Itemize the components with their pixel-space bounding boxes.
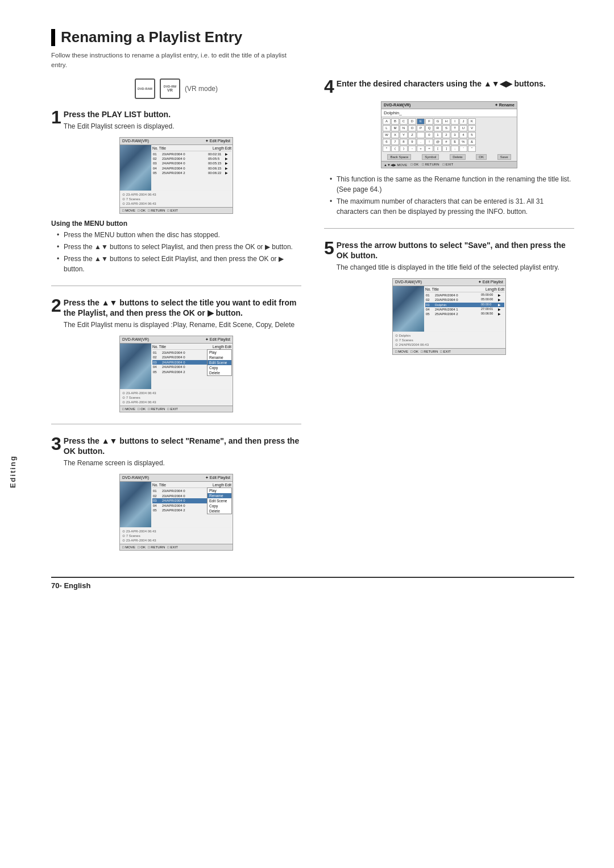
right-column: 4 Enter the desired characters using the… — [324, 78, 574, 364]
s5-footer: □ MOVE□ OK□ RETURN□ EXIT — [393, 348, 505, 354]
key-4[interactable]: 4 — [459, 132, 467, 138]
step-3-screen-wrap: DVD-RAM(VR) ✦ Edit Playlist No. TitleLen… — [51, 474, 301, 551]
key-B[interactable]: B — [391, 118, 399, 125]
key-5[interactable]: 5 — [468, 132, 476, 138]
list-item: This function is the same as the Rename … — [330, 174, 574, 195]
key-lp[interactable]: ( — [391, 146, 399, 152]
key-Z[interactable]: Z — [408, 132, 416, 138]
key-A[interactable]: A — [383, 118, 391, 125]
key-Y[interactable]: Y — [400, 132, 408, 138]
key-W[interactable]: W — [383, 132, 391, 138]
key-1[interactable]: 1 — [434, 132, 442, 138]
key-dol[interactable]: $ — [451, 139, 459, 145]
step-5-screen: DVD-RAM(VR) ✦ Edit Playlist No. TitleLen… — [392, 278, 506, 355]
s2-list: No. TitleLength Edit 0123/APR/2004 000:0… — [151, 344, 233, 389]
key-3[interactable]: 3 — [451, 132, 459, 138]
key-semi[interactable]: ; — [451, 146, 459, 152]
key-I[interactable]: I — [451, 118, 459, 125]
table-row: 0525/APR/2004 200:06:22▶ — [152, 171, 231, 175]
save-button[interactable]: Save — [497, 154, 511, 160]
step-2-screen-wrap: DVD-RAM(VR) ✦ Edit Playlist No. TitleLen… — [51, 336, 301, 412]
list-item: Press the MENU button when the disc has … — [57, 230, 301, 240]
step-4-bullets: This function is the same as the Rename … — [324, 174, 574, 217]
key-H[interactable]: H — [442, 118, 450, 125]
s1-footer: □ MOVE□ OK□ RETURN□ EXIT — [120, 207, 233, 213]
key-T[interactable]: T — [451, 125, 459, 131]
key-P[interactable]: P — [417, 125, 425, 131]
s3-header-left: DVD-RAM(VR) — [122, 476, 149, 480]
key-K[interactable]: K — [468, 118, 476, 125]
key-2[interactable]: 2 — [442, 132, 450, 138]
key-U[interactable]: U — [459, 125, 467, 131]
key-dot[interactable]: . — [417, 139, 425, 145]
key-M[interactable]: M — [391, 125, 399, 131]
step-3-block: 3 Press the ▲▼ buttons to select "Rename… — [51, 436, 301, 551]
delete-button[interactable]: Delete — [450, 154, 465, 160]
key-minus[interactable]: - — [408, 146, 416, 152]
key-F[interactable]: F — [425, 118, 433, 125]
key-hash[interactable]: # — [442, 139, 450, 145]
kb-header-right: ✦ Rename — [495, 103, 515, 108]
step-2-desc: The Edit Playlist menu is displayed :Pla… — [64, 320, 301, 330]
step-3-screen: DVD-RAM(VR) ✦ Edit Playlist No. TitleLen… — [119, 474, 233, 551]
key-eq[interactable]: = — [425, 146, 433, 152]
key-C[interactable]: C — [400, 118, 408, 125]
ok-button[interactable]: OK — [476, 154, 487, 160]
key-at[interactable]: @ — [434, 139, 442, 145]
key-row-3: W X Y Z 0 1 2 3 4 — [383, 132, 516, 138]
symbol-button[interactable]: Symbol — [422, 154, 439, 160]
s1-header-right: ✦ Edit Playlist — [205, 139, 230, 143]
keyboard-keys: A B C D E F G H I J — [381, 117, 517, 153]
context-menu-3: Play Rename Edit Scene Copy Delete — [207, 487, 232, 514]
key-apos[interactable]: ' — [459, 146, 467, 152]
key-0[interactable]: 0 — [425, 132, 433, 138]
s2-thumbnail — [120, 344, 151, 389]
s3-list: No. TitleLength Edit 0123/APR/2004 000:0… — [151, 482, 233, 527]
key-D[interactable]: D — [408, 118, 416, 125]
key-X[interactable]: X — [391, 132, 399, 138]
page-header: Renaming a Playlist Entry — [51, 28, 574, 46]
step-3-desc: The Rename screen is displayed. — [64, 458, 301, 468]
step-2-title: Press the ▲▼ buttons to select the title… — [64, 297, 301, 318]
s1-header-left: DVD-RAM(VR) — [122, 139, 149, 143]
key-sp[interactable] — [417, 132, 425, 138]
key-amp[interactable]: & — [468, 139, 476, 145]
list-item: Press the ▲▼ buttons to select Edit Play… — [57, 254, 301, 274]
key-8[interactable]: 8 — [400, 139, 408, 145]
table-row: 03Dolphin00:00:0▶ — [425, 303, 504, 307]
back-space-button[interactable]: Back Space — [387, 154, 411, 160]
key-rp[interactable]: ) — [400, 146, 408, 152]
step-4-number: 4 — [324, 77, 334, 96]
key-V[interactable]: V — [468, 125, 476, 131]
key-O[interactable]: O — [408, 125, 416, 131]
s5-thumbnail — [393, 286, 424, 332]
key-9[interactable]: 9 — [408, 139, 416, 145]
table-row: 0223/APR/2004 005:05:5▶ — [152, 156, 231, 161]
key-G[interactable]: G — [434, 118, 442, 125]
key-J[interactable]: J — [459, 118, 467, 125]
key-N[interactable]: N — [400, 125, 408, 131]
key-7[interactable]: 7 — [391, 139, 399, 145]
key-rb[interactable]: ] — [442, 146, 450, 152]
key-exc[interactable]: ! — [425, 139, 433, 145]
key-quot[interactable]: " — [468, 146, 476, 152]
table-row: 0525/APR/2004 200:06:50▶ — [425, 312, 504, 316]
key-plus[interactable]: + — [417, 146, 425, 152]
key-R[interactable]: R — [434, 125, 442, 131]
s3-info: ⊙ 23-APR-2004 06:43 ⊙ 7 Scenes ⊙ 23-APR-… — [120, 527, 233, 544]
key-lb[interactable]: [ — [434, 146, 442, 152]
s3-thumbnail — [120, 482, 151, 527]
step-5-desc: The changed title is displayed in the ti… — [337, 262, 574, 272]
key-ast[interactable]: * — [383, 146, 391, 152]
key-L[interactable]: L — [383, 125, 391, 131]
key-S[interactable]: S — [442, 125, 450, 131]
step-5-screen-wrap: DVD-RAM(VR) ✦ Edit Playlist No. TitleLen… — [324, 278, 574, 355]
list-item: The maximum number of characters that ca… — [330, 196, 574, 217]
key-6[interactable]: 6 — [383, 139, 391, 145]
key-Q[interactable]: Q — [425, 125, 433, 131]
step-2-number: 2 — [51, 296, 61, 315]
key-pct[interactable]: % — [459, 139, 467, 145]
step-5-block: 5 Press the arrow buttons to select "Sav… — [324, 240, 574, 355]
table-row: 0324/APR/2004 000:05:15▶ — [152, 161, 231, 166]
key-E[interactable]: E — [417, 118, 425, 125]
